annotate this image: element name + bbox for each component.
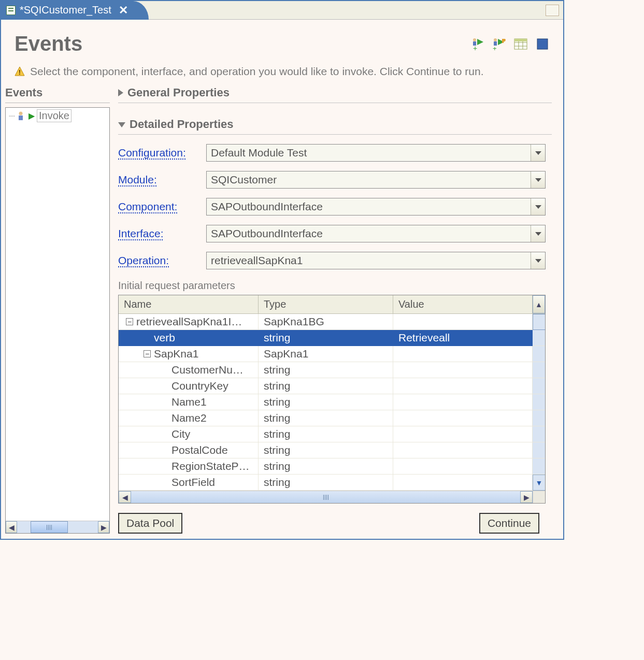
vscroll-thumb[interactable] [533, 314, 545, 330]
events-tree[interactable]: ┈ ▶ Invoke ◀ ▶ [5, 107, 110, 534]
detailed-form: Configuration: Default Module Test Modul… [118, 144, 552, 534]
params-hscrollbar[interactable]: ◀ ▶ [119, 491, 545, 503]
grid-icon[interactable] [513, 37, 528, 51]
vscroll-track-segment[interactable] [533, 394, 545, 410]
select-configuration[interactable]: Default Module Test [206, 144, 546, 162]
data-pool-button[interactable]: Data Pool [118, 513, 182, 534]
select-interface[interactable]: SAPOutboundInterface [206, 225, 546, 242]
dropdown-caret-icon[interactable] [531, 145, 545, 161]
param-value-cell[interactable] [393, 410, 533, 426]
param-type-cell[interactable]: SapKna1BG [259, 314, 393, 330]
vscroll-track-segment[interactable] [533, 442, 545, 458]
active-tab[interactable]: *SQICustomer_Test ✕ [1, 1, 149, 20]
param-type-cell[interactable]: string [259, 410, 393, 426]
section-general-properties[interactable]: General Properties [118, 86, 552, 103]
scroll-right-icon[interactable]: ▶ [98, 521, 109, 533]
sidebar-hscrollbar[interactable]: ◀ ▶ [6, 521, 109, 533]
tree-item-label: Invoke [37, 109, 71, 122]
param-name: SapKna1 [154, 348, 198, 360]
param-name-cell[interactable]: CountryKey [119, 378, 259, 394]
param-name-cell[interactable]: Name1 [119, 394, 259, 410]
param-name-cell[interactable]: CustomerNu… [119, 362, 259, 378]
param-value-cell[interactable] [393, 346, 533, 362]
param-value-cell[interactable] [393, 394, 533, 410]
continue-button[interactable]: Continue [479, 513, 539, 534]
param-value-cell[interactable] [393, 458, 533, 475]
tree-connector: ┈ [9, 110, 14, 122]
param-name-cell[interactable]: SortField [119, 475, 259, 491]
chevron-down-icon [118, 122, 125, 127]
param-name: City [171, 428, 190, 440]
label-component[interactable]: Component: [118, 200, 200, 213]
dropdown-caret-icon[interactable] [531, 225, 545, 242]
param-type-cell[interactable]: string [259, 442, 393, 458]
play-icon: ▶ [28, 111, 35, 121]
param-name-cell[interactable]: −SapKna1 [119, 346, 259, 362]
param-type-cell[interactable]: string [259, 330, 393, 346]
tree-item-invoke[interactable]: ┈ ▶ Invoke [6, 108, 109, 124]
param-value-cell[interactable] [393, 378, 533, 394]
param-type-cell[interactable]: SapKna1 [259, 346, 393, 362]
stop-icon[interactable] [535, 37, 550, 51]
section-detailed-label: Detailed Properties [130, 118, 234, 131]
param-name-cell[interactable]: −retrieveallSapKna1I… [119, 314, 259, 330]
scroll-corner [533, 491, 545, 503]
vscroll-track-segment[interactable] [533, 330, 545, 346]
vscroll-track-segment[interactable] [533, 410, 545, 426]
vscroll-track-segment[interactable] [533, 378, 545, 394]
param-type-cell[interactable]: string [259, 426, 393, 442]
label-module[interactable]: Module: [118, 174, 200, 186]
invoke-trophy-icon[interactable]: + [492, 37, 506, 51]
close-icon[interactable]: ✕ [119, 4, 128, 17]
col-header-type[interactable]: Type [259, 295, 393, 313]
scroll-up-icon[interactable]: ▲ [533, 295, 545, 313]
param-value-cell[interactable] [393, 475, 533, 491]
scroll-track[interactable] [17, 521, 98, 533]
scroll-left-icon[interactable]: ◀ [6, 521, 17, 533]
scroll-down-icon[interactable]: ▼ [533, 475, 545, 491]
param-value-cell[interactable] [393, 314, 533, 330]
collapse-icon[interactable]: − [144, 350, 151, 357]
param-type-cell[interactable]: string [259, 475, 393, 491]
label-operation[interactable]: Operation: [118, 254, 200, 267]
param-name-cell[interactable]: City [119, 426, 259, 442]
param-name-cell[interactable]: verb [119, 330, 259, 346]
section-detailed-properties[interactable]: Detailed Properties [118, 118, 552, 135]
param-name-cell[interactable]: PostalCode [119, 442, 259, 458]
dropdown-caret-icon[interactable] [531, 198, 545, 215]
param-name: Name2 [171, 412, 207, 424]
scroll-thumb[interactable] [31, 521, 68, 533]
select-module[interactable]: SQICustomer [206, 171, 546, 189]
svg-point-17 [19, 111, 23, 115]
param-type-cell[interactable]: string [259, 362, 393, 378]
param-value-cell[interactable]: Retrieveall [393, 330, 533, 346]
collapse-icon[interactable]: − [126, 318, 133, 325]
dropdown-caret-icon[interactable] [531, 171, 545, 188]
param-name-cell[interactable]: Name2 [119, 410, 259, 426]
vscroll-track-segment[interactable] [533, 426, 545, 442]
label-configuration[interactable]: Configuration: [118, 147, 200, 159]
col-header-value[interactable]: Value [393, 295, 533, 313]
vscroll-track-segment[interactable] [533, 458, 545, 475]
param-type-cell[interactable]: string [259, 458, 393, 475]
param-name-cell[interactable]: RegionStateP… [119, 458, 259, 475]
scroll-track[interactable] [131, 491, 520, 503]
param-type-cell[interactable]: string [259, 378, 393, 394]
param-value-cell[interactable] [393, 442, 533, 458]
param-name: CountryKey [171, 380, 228, 392]
scroll-left-icon[interactable]: ◀ [119, 491, 131, 503]
label-interface[interactable]: Interface: [118, 227, 200, 240]
vscroll-track-segment[interactable] [533, 346, 545, 362]
select-operation[interactable]: retrieveallSapKna1 [206, 252, 546, 269]
vscroll-track-segment[interactable] [533, 362, 545, 378]
param-value-cell[interactable] [393, 362, 533, 378]
invoke-icon[interactable]: + [470, 37, 484, 51]
dropdown-caret-icon[interactable] [531, 252, 545, 269]
svg-rect-14 [537, 39, 548, 49]
param-value-cell[interactable] [393, 426, 533, 442]
col-header-name[interactable]: Name [119, 295, 259, 313]
param-type-cell[interactable]: string [259, 394, 393, 410]
restore-window-icon[interactable] [546, 5, 559, 16]
scroll-right-icon[interactable]: ▶ [520, 491, 533, 503]
select-component[interactable]: SAPOutboundInterface [206, 198, 546, 216]
